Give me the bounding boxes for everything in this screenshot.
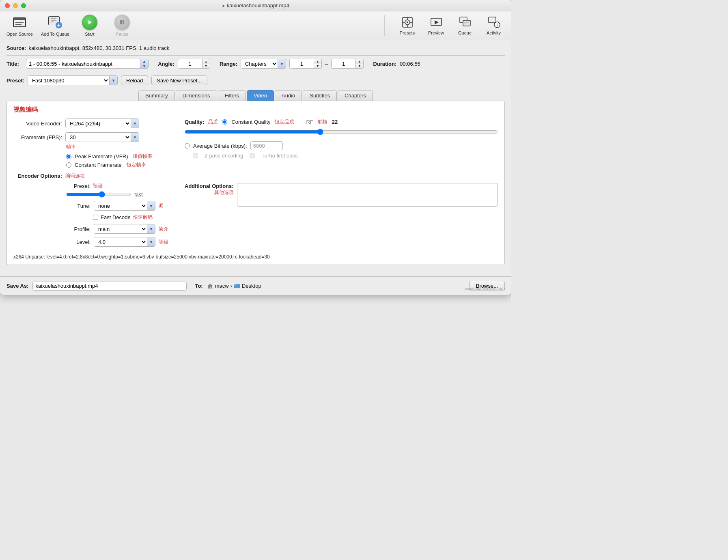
range-select[interactable]: Chapters Seconds Frames xyxy=(241,59,278,68)
save-as-label: Save As: xyxy=(6,283,28,289)
video-title-zh: 视频编码 xyxy=(13,106,498,114)
avg-bitrate-label: Average Bitrate (kbps): xyxy=(193,143,247,149)
angle-stepper[interactable]: ▲ ▼ xyxy=(178,59,210,69)
preset-slider-section: Preset: 预设 fast xyxy=(66,183,168,198)
title-input[interactable] xyxy=(26,59,140,68)
fast-decode-checkbox[interactable] xyxy=(93,215,98,220)
avg-bitrate-input[interactable] xyxy=(250,141,283,150)
range-from-arrows[interactable]: ▲ ▼ xyxy=(314,59,321,68)
peak-framerate-radio[interactable] xyxy=(66,154,71,159)
peak-framerate-zh: 峰值帧率 xyxy=(133,153,152,160)
twopass-label: 2-pass encoding xyxy=(205,153,243,159)
tab-audio[interactable]: Audio xyxy=(275,90,302,101)
open-source-label: Open Source xyxy=(6,32,33,37)
tab-dimensions[interactable]: Dimensions xyxy=(176,90,217,101)
level-select[interactable]: 4.0 3.0 3.1 4.1 xyxy=(94,237,147,246)
preset-select[interactable]: Fast 1080p30 Very Fast 1080p30 HQ 1080p3… xyxy=(28,76,109,85)
range-to-stepper[interactable]: ▲ ▼ xyxy=(331,59,364,69)
fps-label-zh: 帧率 xyxy=(66,144,168,151)
fps-select[interactable]: 30 23.976 24 25 29.97 xyxy=(66,133,131,142)
toolbar-right: Presets Preview xyxy=(396,16,505,35)
constant-quality-radio[interactable] xyxy=(222,119,227,125)
quality-slider[interactable] xyxy=(185,129,498,135)
title-row: Title: ▲▼ Angle: ▲ ▼ Range: Chapters Sec… xyxy=(6,59,505,69)
start-icon xyxy=(82,15,97,30)
tab-filters[interactable]: Filters xyxy=(218,90,246,101)
queue-button[interactable]: Queue xyxy=(454,16,476,35)
to-label: To: xyxy=(195,283,202,289)
range-to-input[interactable] xyxy=(332,59,356,68)
preset-slider[interactable] xyxy=(66,191,131,198)
angle-up[interactable]: ▲ xyxy=(202,59,210,64)
range-to-down[interactable]: ▼ xyxy=(356,64,363,69)
quality-label: Quality: xyxy=(185,119,204,125)
save-preset-button[interactable]: Save New Preset... xyxy=(151,75,207,85)
preset-row: Preset: Fast 1080p30 Very Fast 1080p30 H… xyxy=(6,75,505,85)
range-select-combo[interactable]: Chapters Seconds Frames ▼ xyxy=(241,59,286,69)
tab-subtitles[interactable]: Subtitles xyxy=(303,90,337,101)
preview-button[interactable]: Preview xyxy=(425,16,447,35)
range-from-up[interactable]: ▲ xyxy=(314,59,321,64)
range-from-stepper[interactable]: ▲ ▼ xyxy=(289,59,322,69)
level-arrow: ▼ xyxy=(147,237,155,246)
avg-bitrate-radio[interactable] xyxy=(185,143,190,149)
range-to-arrows[interactable]: ▲ ▼ xyxy=(356,59,363,68)
constant-framerate-radio[interactable] xyxy=(66,162,71,168)
tab-summary[interactable]: Summary xyxy=(138,90,175,101)
angle-down[interactable]: ▼ xyxy=(202,64,210,69)
tabs: Summary Dimensions Filters Video Audio S… xyxy=(6,90,505,101)
twopass-checkbox xyxy=(193,153,198,158)
level-select-combo[interactable]: 4.0 3.0 3.1 4.1 ▼ xyxy=(94,237,155,247)
start-button[interactable]: Start xyxy=(78,15,102,37)
x264-line: x264 Unparse: level=4.0:ref=2:8x8dct=0:w… xyxy=(13,254,498,260)
queue-label: Queue xyxy=(458,30,472,35)
quality-slider-wrapper xyxy=(185,129,498,136)
svg-point-14 xyxy=(407,22,408,23)
tune-select-combo[interactable]: none film animation ▼ xyxy=(94,201,155,211)
activity-button[interactable]: i Activity xyxy=(482,16,505,35)
path-arrow: › xyxy=(230,283,232,289)
presets-button[interactable]: Presets xyxy=(396,16,418,35)
close-button[interactable] xyxy=(5,3,10,8)
constant-framerate-label: Constant Framerate xyxy=(75,162,122,168)
quality-label-zh: 品质 xyxy=(208,118,218,125)
title-arrow[interactable]: ▲▼ xyxy=(140,59,148,68)
reload-button[interactable]: Reload xyxy=(121,75,148,85)
maximize-button[interactable] xyxy=(21,3,26,8)
save-as-input[interactable] xyxy=(32,282,187,291)
range-to-up[interactable]: ▲ xyxy=(356,59,363,64)
duration-value: 00:06:55 xyxy=(400,61,420,67)
profile-label: Profile: xyxy=(66,226,90,232)
turbo-label: Turbo first pass xyxy=(261,153,297,159)
range-from-input[interactable] xyxy=(290,59,314,68)
window-controls[interactable] xyxy=(5,3,26,8)
enc-options-label: Encoder Options: xyxy=(13,173,62,179)
add-to-queue-icon xyxy=(47,15,63,30)
tab-chapters[interactable]: Chapters xyxy=(338,90,373,101)
profile-select[interactable]: main baseline high xyxy=(94,224,147,233)
tune-select[interactable]: none film animation xyxy=(94,201,147,210)
angle-arrows[interactable]: ▲ ▼ xyxy=(202,59,210,68)
video-panel: 视频编码 Video Encoder: H.264 (x264) H.265 (… xyxy=(6,101,505,265)
pause-button[interactable]: Pause xyxy=(110,15,134,37)
tab-video[interactable]: Video xyxy=(247,90,274,101)
add-to-queue-button[interactable]: Add To Queue xyxy=(41,15,69,37)
fps-select-combo[interactable]: 30 23.976 24 25 29.97 ▼ xyxy=(65,132,139,142)
angle-input[interactable] xyxy=(178,59,202,68)
path-home: macw xyxy=(215,283,229,289)
preset-slider-zh: 预设 xyxy=(93,183,103,190)
preset-select-combo[interactable]: Fast 1080p30 Very Fast 1080p30 HQ 1080p3… xyxy=(28,75,118,85)
minimize-button[interactable] xyxy=(13,3,18,8)
additional-input[interactable] xyxy=(237,183,498,207)
level-row: Level: 4.0 3.0 3.1 4.1 ▼ 等级 xyxy=(66,237,168,247)
duration-label: Duration: xyxy=(373,61,396,67)
svg-rect-22 xyxy=(463,20,470,26)
range-from-down[interactable]: ▼ xyxy=(314,64,321,69)
title-select-combo[interactable]: ▲▼ xyxy=(26,59,149,69)
encoder-select-combo[interactable]: H.264 (x264) H.265 (x265) MPEG-4 ▼ xyxy=(65,118,139,128)
profile-select-combo[interactable]: main baseline high ▼ xyxy=(94,224,155,234)
encoder-select[interactable]: H.264 (x264) H.265 (x265) MPEG-4 xyxy=(66,119,131,128)
presets-label: Presets xyxy=(400,30,415,35)
open-source-button[interactable]: Open Source xyxy=(6,15,33,37)
angle-label: Angle: xyxy=(158,61,174,67)
